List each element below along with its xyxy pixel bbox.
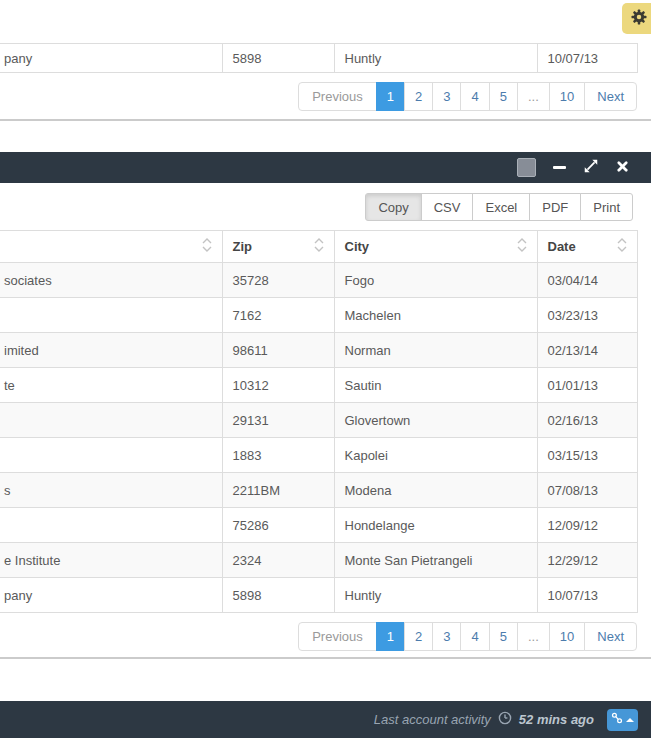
- pagination-ellipsis: ...: [517, 622, 550, 651]
- cell-date: 03/15/13: [537, 438, 637, 473]
- cell-date: 12/09/12: [537, 508, 637, 543]
- pagination-previous[interactable]: Previous: [298, 622, 377, 651]
- excel-button[interactable]: Excel: [472, 193, 530, 221]
- cell-zip: 98611: [222, 333, 334, 368]
- cell-name: [0, 438, 222, 473]
- cell-name: imited: [0, 333, 222, 368]
- cell-city: Hondelange: [334, 508, 537, 543]
- previous-table-last-row: pany 5898 Huntly 10/07/13: [0, 43, 638, 73]
- table-row[interactable]: sociates 35728 Fogo 03/04/14: [0, 263, 637, 298]
- sort-icon: [202, 236, 212, 257]
- pagination-page-4[interactable]: 4: [460, 82, 489, 111]
- cell-name: e Institute: [0, 543, 222, 578]
- pagination-page-10[interactable]: 10: [549, 622, 585, 651]
- cell-zip: 29131: [222, 403, 334, 438]
- footer-activity-label: Last account activity: [374, 712, 491, 727]
- pagination-page-1[interactable]: 1: [376, 622, 405, 651]
- cell-date: 12/29/12: [537, 543, 637, 578]
- minus-icon: [553, 166, 566, 169]
- cell-city: Modena: [334, 473, 537, 508]
- cell-city: Monte San Pietrangeli: [334, 543, 537, 578]
- gear-icon: [629, 7, 649, 30]
- sort-icon: [517, 236, 527, 257]
- cell-zip: 2211BM: [222, 473, 334, 508]
- cell-date: 01/01/13: [537, 368, 637, 403]
- table-row[interactable]: pany 5898 Huntly 10/07/13: [0, 44, 637, 73]
- table-row[interactable]: 29131 Glovertown 02/16/13: [0, 403, 637, 438]
- footer: Last account activity 52 mins ago: [0, 701, 651, 738]
- table-row[interactable]: 7162 Machelen 03/23/13: [0, 298, 637, 333]
- cell-name: te: [0, 368, 222, 403]
- cell-date: 03/04/14: [537, 263, 637, 298]
- pagination-page-1[interactable]: 1: [376, 82, 405, 111]
- settings-button[interactable]: [622, 3, 651, 34]
- pagination-next[interactable]: Next: [584, 82, 637, 111]
- header-date[interactable]: Date: [537, 231, 637, 263]
- cell-date: 10/07/13: [537, 578, 637, 613]
- table-row[interactable]: s 2211BM Modena 07/08/13: [0, 473, 637, 508]
- pagination-page-5[interactable]: 5: [489, 622, 518, 651]
- collapse-button[interactable]: [553, 166, 566, 169]
- pagination-page-3[interactable]: 3: [432, 622, 461, 651]
- cell-city: Fogo: [334, 263, 537, 298]
- cell-name: s: [0, 473, 222, 508]
- cell-zip: 5898: [222, 44, 334, 73]
- close-button[interactable]: [616, 160, 629, 176]
- cell-date: 03/23/13: [537, 298, 637, 333]
- cell-name: pany: [0, 44, 222, 73]
- table-header-row: Zip City Date: [0, 231, 637, 263]
- table-row[interactable]: e Institute 2324 Monte San Pietrangeli 1…: [0, 543, 637, 578]
- pagination-ellipsis: ...: [517, 82, 550, 111]
- panel-divider: [0, 119, 651, 121]
- cell-city: Glovertown: [334, 403, 537, 438]
- pagination-page-3[interactable]: 3: [432, 82, 461, 111]
- data-table: Zip City Date: [0, 230, 638, 613]
- pagination-page-10[interactable]: 10: [549, 82, 585, 111]
- cell-name: [0, 403, 222, 438]
- table-row[interactable]: 75286 Hondelange 12/09/12: [0, 508, 637, 543]
- expand-button[interactable]: [583, 158, 599, 177]
- table-row[interactable]: te 10312 Sautin 01/01/13: [0, 368, 637, 403]
- widget-color-swatch-icon[interactable]: [517, 158, 536, 177]
- footer-activity-time: 52 mins ago: [519, 712, 594, 727]
- pagination-page-2[interactable]: 2: [404, 82, 433, 111]
- pdf-button[interactable]: PDF: [529, 193, 581, 221]
- csv-button[interactable]: CSV: [421, 193, 474, 221]
- cell-name: [0, 298, 222, 333]
- link-icon: [611, 712, 623, 727]
- header-city[interactable]: City: [334, 231, 537, 263]
- cell-zip: 7162: [222, 298, 334, 333]
- cell-name: [0, 508, 222, 543]
- copy-button[interactable]: Copy: [365, 193, 421, 221]
- caret-up-icon: [626, 718, 634, 722]
- cell-city: Huntly: [334, 578, 537, 613]
- cell-city: Machelen: [334, 298, 537, 333]
- cell-zip: 35728: [222, 263, 334, 298]
- table-row[interactable]: pany 5898 Huntly 10/07/13: [0, 578, 637, 613]
- cell-date: 10/07/13: [537, 44, 637, 73]
- table-row[interactable]: imited 98611 Norman 02/13/14: [0, 333, 637, 368]
- pagination-top: Previous 1 2 3 4 5 ... 10 Next: [298, 82, 637, 111]
- cell-date: 02/13/14: [537, 333, 637, 368]
- cell-city: Norman: [334, 333, 537, 368]
- cell-city: Kapolei: [334, 438, 537, 473]
- pagination-page-5[interactable]: 5: [489, 82, 518, 111]
- pagination-next[interactable]: Next: [584, 622, 637, 651]
- pagination-page-4[interactable]: 4: [460, 622, 489, 651]
- pagination-bottom: Previous 1 2 3 4 5 ... 10 Next: [298, 622, 637, 651]
- pagination-previous[interactable]: Previous: [298, 82, 377, 111]
- cell-zip: 1883: [222, 438, 334, 473]
- cell-zip: 10312: [222, 368, 334, 403]
- header-name[interactable]: [0, 231, 222, 263]
- cell-zip: 75286: [222, 508, 334, 543]
- table-row[interactable]: 1883 Kapolei 03/15/13: [0, 438, 637, 473]
- header-zip[interactable]: Zip: [222, 231, 334, 263]
- cell-zip: 5898: [222, 578, 334, 613]
- sort-icon: [314, 236, 324, 257]
- cell-city: Huntly: [334, 44, 537, 73]
- close-icon: [616, 160, 629, 176]
- print-button[interactable]: Print: [580, 193, 633, 221]
- activity-link-button[interactable]: [607, 709, 638, 731]
- pagination-page-2[interactable]: 2: [404, 622, 433, 651]
- cell-city: Sautin: [334, 368, 537, 403]
